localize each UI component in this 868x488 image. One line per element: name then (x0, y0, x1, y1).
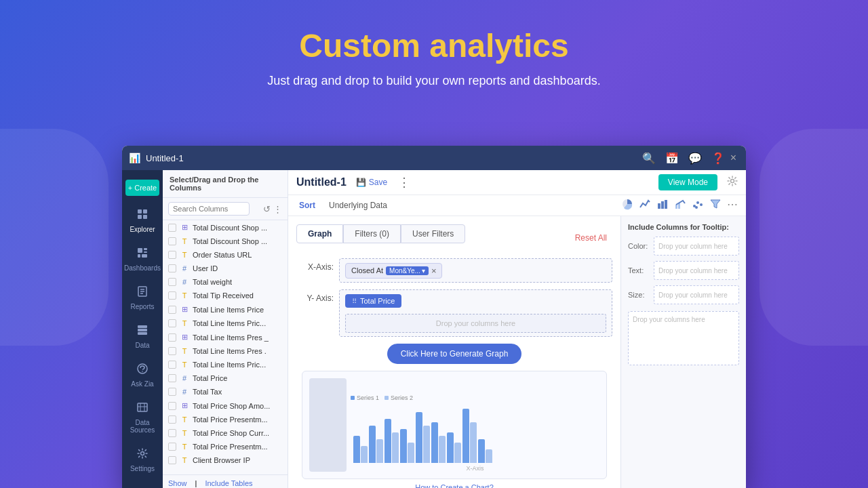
col-checkbox[interactable] (168, 456, 176, 464)
sort-tool[interactable]: Sort (296, 199, 318, 211)
aggregation-dropdown[interactable]: Mon&Ye... ▾ (386, 266, 429, 275)
tab-graph[interactable]: Graph (296, 224, 343, 243)
list-item[interactable]: # Total Price (163, 371, 288, 385)
explorer-label: Explorer (130, 226, 155, 233)
view-mode-button[interactable]: View Mode (658, 174, 717, 190)
total-price-pill[interactable]: ⠿ Total Price (345, 294, 401, 308)
pie-chart-icon[interactable] (621, 198, 633, 213)
sidebar-item-more[interactable]: More (125, 481, 160, 488)
more-options-button[interactable]: ⋮ (398, 175, 410, 190)
col-checkbox[interactable] (168, 264, 176, 272)
list-item[interactable]: T Total Line Items Pres . (163, 344, 288, 358)
col-checkbox[interactable] (168, 251, 176, 259)
refresh-icon[interactable]: ↺ (263, 204, 271, 214)
closed-at-pill[interactable]: Closed At Mon&Ye... ▾ × (345, 263, 442, 279)
bar-group-9 (478, 439, 492, 463)
list-item[interactable]: T Total Line Items Pric... (163, 317, 288, 330)
col-checkbox[interactable] (168, 237, 176, 245)
scatter-chart-icon[interactable] (692, 198, 704, 213)
col-checkbox[interactable] (168, 291, 176, 300)
svg-rect-6 (144, 251, 147, 253)
col-name: Total Price Shop Amo... (193, 402, 282, 410)
calendar-icon[interactable]: 📅 (665, 152, 679, 165)
col-name: Total Discount Shop ... (193, 224, 282, 232)
col-checkbox[interactable] (168, 319, 176, 327)
list-item[interactable]: T Total Price Presentm... (163, 440, 288, 453)
list-item[interactable]: T Client Browser IP (163, 453, 288, 467)
generate-graph-button[interactable]: Click Here to Generate Graph (387, 344, 522, 364)
list-item[interactable]: ⊞ Total Line Items Pres _ (163, 330, 288, 344)
y-axis-drop[interactable]: ⠿ Total Price Drop your columns here (339, 289, 612, 337)
svg-point-34 (696, 201, 699, 204)
close-button[interactable]: × (730, 152, 736, 164)
text-drop[interactable]: Drop your column here (654, 261, 739, 280)
col-name: Total Line Items Price (193, 306, 282, 314)
help-icon[interactable]: ❓ (711, 152, 725, 165)
sidebar-item-data[interactable]: Data (125, 319, 160, 354)
list-item[interactable]: # Total weight (163, 275, 288, 289)
chat-icon[interactable]: 💬 (688, 152, 702, 165)
col-checkbox[interactable] (168, 415, 176, 424)
list-item[interactable]: ⊞ Total Discount Shop ... (163, 220, 288, 235)
bar-chart-icon[interactable] (656, 198, 669, 213)
list-item[interactable]: T Order Status URL (163, 248, 288, 262)
col-checkbox[interactable] (168, 429, 176, 437)
col-name: Total Discount Shop ... (193, 237, 282, 245)
col-checkbox[interactable] (168, 306, 176, 314)
combo-chart-icon[interactable] (674, 198, 686, 213)
hash-icon: # (180, 388, 189, 396)
col-checkbox[interactable] (168, 443, 176, 451)
create-button[interactable]: +Create (125, 180, 159, 196)
col-checkbox[interactable] (168, 402, 176, 410)
show-link[interactable]: Show (168, 479, 187, 487)
sidebar-item-dashboards[interactable]: Dashboards (125, 241, 160, 277)
search-input[interactable] (168, 202, 250, 216)
x-axis-drop[interactable]: Closed At Mon&Ye... ▾ × (339, 258, 612, 283)
y-axis-placeholder[interactable]: Drop your columns here (345, 314, 606, 333)
list-item[interactable]: ⊞ Total Line Items Price (163, 302, 288, 317)
sidebar-item-reports[interactable]: Reports (125, 280, 160, 316)
size-drop[interactable]: Drop your column here (654, 285, 739, 304)
col-checkbox[interactable] (168, 278, 176, 286)
underlying-data-tool[interactable]: Underlying Data (326, 199, 390, 211)
color-drop[interactable]: Drop your column here (654, 237, 739, 256)
tooltip-drop[interactable]: Drop your columns here (628, 311, 739, 365)
list-item[interactable]: T Total Line Items Pric... (163, 358, 288, 371)
list-item[interactable]: T Total Discount Shop ... (163, 235, 288, 248)
how-to-create-chart-link[interactable]: How to Create a Chart? (296, 483, 612, 488)
list-item[interactable]: T Total Price Presentm... (163, 413, 288, 426)
list-item[interactable]: # Total Tax (163, 385, 288, 399)
report-settings-icon[interactable] (727, 176, 738, 189)
col-checkbox[interactable] (168, 374, 176, 382)
x-axis-pills: Closed At Mon&Ye... ▾ × (345, 263, 442, 279)
sidebar-item-ask-zia[interactable]: Ask Zia (125, 357, 160, 393)
tab-filters[interactable]: Filters (0) (343, 224, 401, 243)
bar (408, 443, 414, 463)
svg-rect-7 (138, 254, 140, 258)
col-checkbox[interactable] (168, 361, 176, 369)
sidebar-item-data-sources[interactable]: Data Sources (125, 396, 160, 439)
col-checkbox[interactable] (168, 224, 176, 232)
list-item[interactable]: T Total Price Shop Curr... (163, 426, 288, 440)
app-icon: 📊 (129, 152, 140, 163)
list-item[interactable]: # User ID (163, 262, 288, 275)
col-checkbox[interactable] (168, 333, 176, 342)
list-item[interactable]: ⊞ Total Price Shop Amo... (163, 399, 288, 413)
reset-all-button[interactable]: Reset All (570, 230, 612, 245)
pill-close-button[interactable]: × (431, 266, 437, 276)
col-checkbox[interactable] (168, 347, 176, 355)
sidebar-item-explorer[interactable]: Explorer (125, 203, 160, 239)
search-icon[interactable]: 🔍 (642, 152, 656, 165)
col-checkbox[interactable] (168, 388, 176, 396)
more-charts-icon[interactable]: ⋯ (727, 198, 738, 213)
line-chart-icon[interactable] (639, 198, 651, 213)
funnel-chart-icon[interactable] (709, 198, 722, 213)
list-item[interactable]: T Total Tip Received (163, 289, 288, 302)
include-tables-link[interactable]: Include Tables (205, 479, 252, 487)
save-button[interactable]: 💾 Save (352, 176, 391, 189)
svg-rect-31 (675, 205, 677, 209)
tab-user-filters[interactable]: User Filters (401, 224, 465, 243)
sidebar-item-settings[interactable]: Settings (125, 442, 160, 478)
more-columns-icon[interactable]: ⋮ (273, 204, 282, 214)
size-placeholder: Drop your column here (658, 291, 728, 299)
